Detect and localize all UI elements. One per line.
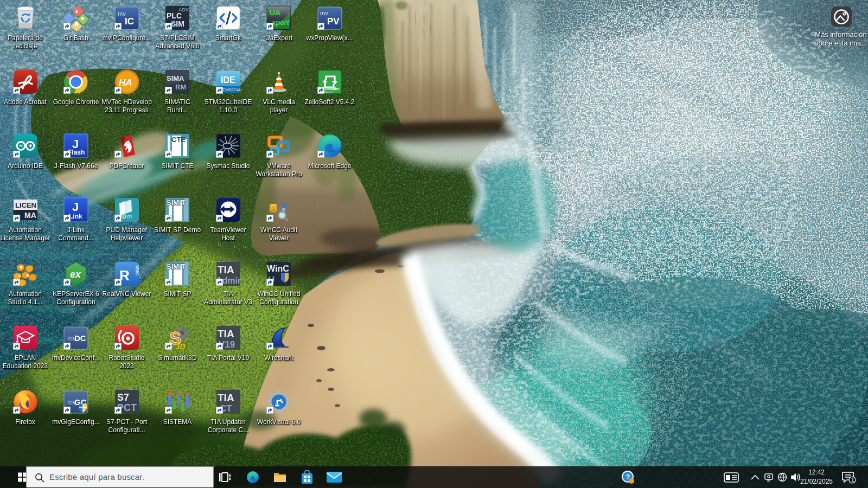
- svg-text:SIMIT: SIMIT: [167, 198, 186, 207]
- svg-text:Link: Link: [69, 213, 82, 220]
- svg-text:SIMA: SIMA: [167, 74, 184, 82]
- svg-text:3D: 3D: [175, 342, 186, 351]
- svg-text:S7: S7: [117, 392, 129, 403]
- svg-text:CTE: CTE: [171, 136, 186, 144]
- svg-text:IC: IC: [125, 16, 134, 27]
- svg-text:MA: MA: [24, 211, 36, 220]
- svg-text:LICEN: LICEN: [15, 201, 36, 209]
- svg-text:STM32Cube: STM32Cube: [220, 87, 241, 92]
- svg-text:1: 1: [851, 477, 854, 483]
- svg-text:J: J: [72, 200, 79, 214]
- svg-text:Electric: Electric: [324, 91, 334, 94]
- svg-text:TIA: TIA: [218, 264, 234, 275]
- svg-text:PLC: PLC: [167, 11, 182, 20]
- svg-text:Schneider: Schneider: [322, 87, 340, 91]
- svg-text:VNC: VNC: [135, 265, 140, 276]
- svg-text:ex: ex: [70, 269, 81, 280]
- svg-text:DC: DC: [74, 333, 86, 343]
- svg-text:mv: mv: [320, 10, 328, 16]
- svg-text:WinC: WinC: [267, 264, 289, 273]
- svg-text:SIMIT: SIMIT: [167, 262, 186, 271]
- svg-text:RM: RM: [175, 83, 186, 91]
- svg-text:TIA: TIA: [218, 392, 234, 403]
- svg-text:IDE: IDE: [221, 75, 235, 85]
- svg-text:m: m: [127, 213, 132, 220]
- svg-text:UA: UA: [270, 8, 280, 17]
- svg-text:PV: PV: [327, 16, 340, 27]
- svg-text:TIA: TIA: [218, 328, 234, 339]
- svg-text:xpert: xpert: [271, 18, 289, 27]
